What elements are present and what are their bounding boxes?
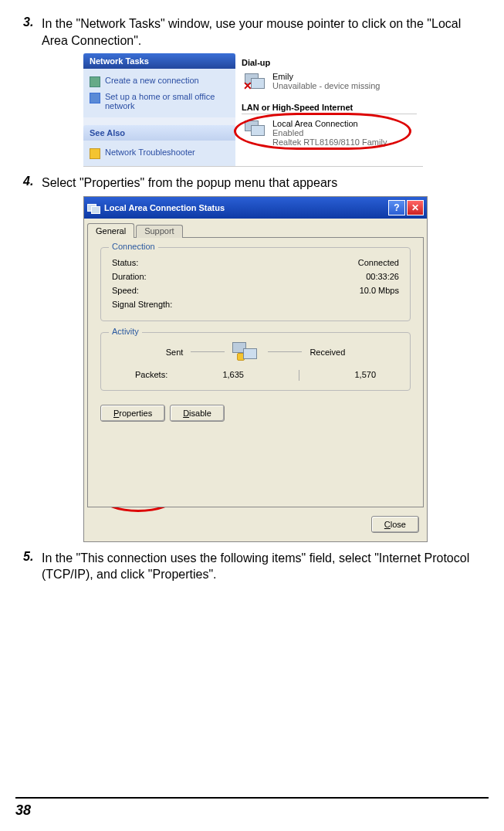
group-title: Connection (109, 242, 158, 251)
signal-label: Signal Strength: (112, 300, 172, 309)
step-number: 5. (15, 550, 42, 583)
task-label: Set up a home or small office network (105, 92, 229, 110)
titlebar: Local Area Connection Status ? ✕ (84, 197, 427, 219)
connection-lan[interactable]: Local Area Connection Enabled Realtek RT… (242, 117, 417, 148)
tab-support[interactable]: Support (136, 225, 183, 238)
duration-value: 00:33:26 (366, 272, 399, 281)
status-value: Connected (358, 258, 399, 267)
step-3: 3. In the "Network Tasks" window, use yo… (15, 15, 489, 49)
disable-button[interactable]: Disable (170, 405, 225, 422)
step-5: 5. In the "This connection uses the foll… (15, 550, 489, 583)
sent-label: Sent (166, 348, 184, 357)
category-lan: LAN or High-Speed Internet (242, 103, 417, 114)
network-icon (90, 93, 100, 103)
wizard-icon (90, 76, 100, 87)
status-label: Status: (112, 258, 138, 267)
step-text: In the "This connection uses the followi… (42, 550, 489, 583)
packets-label: Packets: (135, 370, 167, 381)
dialup-icon: ✕ (243, 72, 268, 93)
line-icon (268, 351, 302, 352)
category-dialup: Dial-up (242, 58, 417, 67)
panel-header-network-tasks: Network Tasks (83, 53, 235, 69)
task-label: Create a new connection (105, 76, 199, 85)
group-activity: Activity Sent Received Packets: 1,635 1,… (100, 332, 411, 391)
speed-label: Speed: (112, 286, 139, 295)
properties-button[interactable]: Properties (100, 405, 165, 422)
task-troubleshooter[interactable]: Network Troubleshooter (88, 145, 231, 161)
connection-device: Realtek RTL8169/8110 Family (272, 137, 387, 147)
packets-sent: 1,635 (222, 370, 244, 381)
close-button[interactable]: ✕ (407, 200, 424, 215)
group-connection: Connection Status:Connected Duration:00:… (100, 247, 411, 321)
figure-network-tasks: Network Tasks Create a new connection Se… (83, 53, 489, 167)
figure-lan-status-dialog: Local Area Connection Status ? ✕ General… (83, 196, 489, 542)
line-icon (191, 351, 225, 352)
help-icon (90, 148, 100, 159)
connection-dialup[interactable]: ✕ Emily Unavailable - device missing (242, 70, 417, 95)
connection-name: Emily (272, 72, 380, 81)
step-number: 3. (15, 15, 42, 49)
task-label: Network Troubleshooter (105, 148, 195, 157)
task-setup-network[interactable]: Set up a home or small office network (88, 90, 231, 113)
panel-header-see-also: See Also (83, 125, 235, 141)
connection-status: Enabled (272, 128, 387, 137)
task-create-connection[interactable]: Create a new connection (88, 73, 231, 90)
connection-name: Local Area Connection (272, 119, 387, 128)
activity-icon (232, 341, 260, 364)
help-button[interactable]: ? (388, 200, 405, 215)
lan-icon (243, 119, 268, 141)
footer-rule (15, 797, 489, 799)
duration-label: Duration: (112, 272, 147, 281)
step-4: 4. Select "Properties" from the popup me… (15, 175, 489, 192)
received-label: Received (310, 348, 345, 357)
step-text: Select "Properties" from the popup menu … (42, 175, 489, 192)
close-button-bottom[interactable]: Close (371, 516, 419, 533)
speed-value: 10.0 Mbps (360, 286, 399, 295)
page-number: 38 (15, 802, 31, 819)
window-icon (87, 202, 100, 213)
window-title: Local Area Connection Status (104, 203, 225, 212)
tab-general[interactable]: General (87, 223, 134, 238)
step-number: 4. (15, 175, 42, 192)
divider (299, 370, 299, 381)
step-text: In the "Network Tasks" window, use your … (42, 15, 489, 49)
connection-status: Unavailable - device missing (272, 81, 380, 90)
packets-received: 1,570 (354, 370, 376, 381)
group-title: Activity (109, 327, 142, 336)
